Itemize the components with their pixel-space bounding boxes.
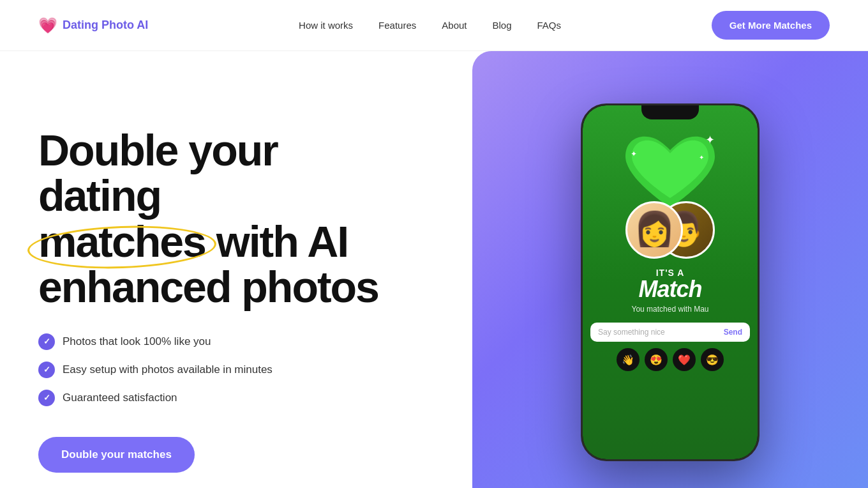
nav-cta-button[interactable]: Get More Matches (712, 11, 830, 40)
navbar: 💗 Dating Photo AI How it works Features … (0, 0, 868, 51)
hero-phone-section: ✦ ✦ ✦ IT'S A Match You matched with Mau … (472, 51, 868, 488)
emoji-wave[interactable]: 👋 (617, 348, 640, 371)
hero-content: Double your dating matches with AI enhan… (38, 89, 434, 473)
svg-text:✦: ✦ (699, 154, 704, 161)
person-photo-1 (625, 201, 683, 259)
emoji-cool[interactable]: 😎 (701, 348, 724, 371)
check-icon-1: ✓ (38, 333, 55, 350)
hero-title-rest: with AI (206, 217, 348, 266)
hero-title-line3: enhanced photos (38, 263, 378, 311)
feature-item-2: ✓ Easy setup with photos available in mi… (38, 362, 408, 378)
feature-item-3: ✓ Guaranteed satisfaction (38, 390, 408, 406)
nav-how-it-works[interactable]: How it works (299, 20, 353, 31)
svg-text:✦: ✦ (705, 133, 715, 146)
features-list: ✓ Photos that look 100% like you ✓ Easy … (38, 333, 408, 406)
logo-heart-icon: 💗 (38, 18, 57, 33)
hero-title: Double your dating matches with AI enhan… (38, 128, 408, 310)
nav-faqs[interactable]: FAQs (537, 20, 562, 31)
logo-text: Dating Photo AI (63, 19, 148, 32)
nav-about[interactable]: About (442, 20, 467, 31)
phone-screen: ✦ ✦ ✦ IT'S A Match You matched with Mau … (583, 105, 758, 459)
match-title: Match (638, 278, 701, 301)
message-box: Say something nice Send (590, 323, 750, 342)
feature-text-3: Guaranteed satisfaction (63, 392, 177, 404)
hero-title-underline-word: matches (38, 219, 206, 264)
svg-text:✦: ✦ (631, 149, 637, 158)
emoji-red-heart[interactable]: ❤️ (673, 348, 696, 371)
check-icon-3: ✓ (38, 390, 55, 406)
feature-text-1: Photos that look 100% like you (63, 335, 211, 348)
emoji-heart-eyes[interactable]: 😍 (645, 348, 668, 371)
check-icon-2: ✓ (38, 362, 55, 378)
emoji-row: 👋 😍 ❤️ 😎 (617, 348, 724, 371)
feature-text-2: Easy setup with photos available in minu… (63, 363, 273, 376)
match-photos (625, 201, 715, 259)
nav-links: How it works Features About Blog FAQs (299, 20, 561, 31)
hero-cta-button[interactable]: Double your matches (38, 437, 195, 473)
logo-link[interactable]: 💗 Dating Photo AI (38, 18, 148, 33)
feature-item-1: ✓ Photos that look 100% like you (38, 333, 408, 350)
send-button[interactable]: Send (724, 328, 742, 337)
hero-title-line1: Double your dating (38, 126, 278, 220)
phone-notch (641, 105, 699, 119)
message-placeholder: Say something nice (598, 328, 665, 337)
nav-blog[interactable]: Blog (493, 20, 512, 31)
hero-section: Double your dating matches with AI enhan… (0, 51, 868, 488)
phone-mockup: ✦ ✦ ✦ IT'S A Match You matched with Mau … (581, 103, 760, 461)
matched-with-text: You matched with Mau (632, 305, 709, 314)
nav-features[interactable]: Features (378, 20, 416, 31)
